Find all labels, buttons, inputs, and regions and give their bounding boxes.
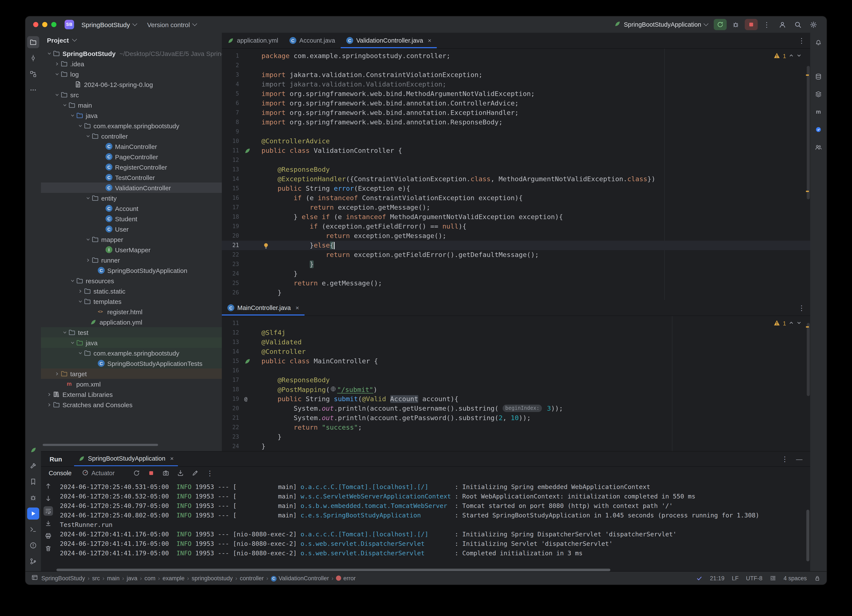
warning-stripe-mark[interactable] <box>806 326 809 328</box>
line-number[interactable]: 12 <box>222 328 239 337</box>
line-number[interactable]: 12 <box>222 155 239 165</box>
line-number[interactable]: 9 <box>222 127 239 137</box>
tree-item-registercontroller[interactable]: CRegisterController <box>41 162 222 172</box>
tree-item-application-yml[interactable]: application.yml <box>41 317 222 327</box>
tree-item-static-static[interactable]: static.static <box>41 286 222 296</box>
tree-item-maincontroller[interactable]: CMainController <box>41 141 222 152</box>
line-number[interactable]: 13 <box>222 337 239 347</box>
tree-chevron-icon[interactable] <box>45 392 53 397</box>
chevron-up-icon[interactable] <box>789 320 794 327</box>
project-hscrollbar[interactable] <box>43 444 158 446</box>
close-tab-icon[interactable]: × <box>296 304 299 311</box>
line-number[interactable]: 21 <box>222 413 239 423</box>
inspections-widget[interactable]: 1 <box>774 320 802 327</box>
gutter-icon-slot[interactable] <box>239 146 261 155</box>
line-number[interactable]: 16 <box>222 193 239 203</box>
tab-actuator[interactable]: Actuator <box>82 469 115 477</box>
build-icon[interactable] <box>27 460 39 472</box>
project-icon[interactable] <box>27 36 39 48</box>
vcs-widget[interactable]: Version control <box>144 19 199 30</box>
edit-icon[interactable] <box>190 468 200 478</box>
line-number[interactable]: 22 <box>222 423 239 432</box>
user-account-button[interactable] <box>776 19 789 30</box>
line-separator-widget[interactable]: LF <box>732 575 739 581</box>
git-icon[interactable] <box>27 555 39 567</box>
inspections-check-icon[interactable] <box>696 575 702 581</box>
line-number[interactable]: 13 <box>222 165 239 174</box>
tab-validationcontroller-java[interactable]: CValidationController.java× <box>341 33 437 48</box>
line-number[interactable]: 4 <box>222 80 239 89</box>
breadcrumb-java[interactable]: java <box>127 575 137 581</box>
tree-item-pagecontroller[interactable]: CPageController <box>41 152 222 162</box>
tree-chevron-icon[interactable] <box>84 196 92 200</box>
line-number[interactable]: 20 <box>222 231 239 241</box>
plugins-icon[interactable] <box>813 88 825 100</box>
line-number[interactable]: 16 <box>222 366 239 375</box>
line-number[interactable]: 24 <box>222 442 239 451</box>
editor-scrollbar[interactable] <box>807 66 810 199</box>
line-number[interactable]: 25 <box>222 279 239 288</box>
line-number[interactable]: 24 <box>222 269 239 279</box>
tree-item-resources[interactable]: resources <box>41 276 222 286</box>
project-switcher[interactable]: SpringBootStudy <box>78 19 140 30</box>
breadcrumb-com[interactable]: com <box>145 575 156 581</box>
line-number[interactable]: 23 <box>222 259 239 269</box>
minimize-window-button[interactable] <box>42 22 47 27</box>
url-inlay-icon[interactable] <box>330 385 336 394</box>
bookmarks-icon[interactable] <box>27 476 39 488</box>
tree-item-register-html[interactable]: <>register.html <box>41 306 222 317</box>
debug-button[interactable] <box>729 19 742 30</box>
warning-stripe-mark[interactable] <box>806 191 809 192</box>
close-tab-icon[interactable]: × <box>170 455 174 462</box>
run-tab[interactable]: SpringBootStudyApplication× <box>74 452 178 466</box>
tree-chevron-icon[interactable] <box>53 61 61 66</box>
tree-chevron-icon[interactable] <box>84 134 92 139</box>
window-icon[interactable] <box>32 574 38 582</box>
line-number[interactable]: 20 <box>222 404 239 413</box>
problems-icon[interactable] <box>27 539 39 551</box>
line-number[interactable]: 11 <box>222 146 239 155</box>
indent-style-widget[interactable]: 4 spaces <box>784 575 807 581</box>
tree-chevron-icon[interactable] <box>68 113 76 118</box>
scroll-end-icon[interactable] <box>44 519 53 528</box>
line-number[interactable]: 5 <box>222 89 239 99</box>
more-icon[interactable] <box>27 84 39 96</box>
breadcrumb-main[interactable]: main <box>107 575 120 581</box>
line-number[interactable]: 7 <box>222 108 239 117</box>
ai-icon[interactable] <box>813 124 825 136</box>
tree-item-student[interactable]: CStudent <box>41 214 222 224</box>
tree-chevron-icon[interactable] <box>53 371 61 376</box>
terminal-icon[interactable] <box>27 523 39 536</box>
line-number[interactable]: 10 <box>222 137 239 146</box>
tab-options-icon[interactable]: ⋮ <box>798 33 805 48</box>
tab-account-java[interactable]: CAccount.java <box>284 33 341 48</box>
tab-options-icon[interactable]: ⋮ <box>798 300 805 316</box>
tree-item-main[interactable]: main <box>41 100 222 110</box>
tree-item-pom-xml[interactable]: mpom.xml <box>41 379 222 389</box>
search-everywhere-button[interactable] <box>791 19 804 30</box>
tab-console[interactable]: Console <box>49 470 71 476</box>
fullscreen-window-button[interactable] <box>51 22 56 27</box>
run-config-selector[interactable]: SpringBootStudyApplication <box>611 20 711 30</box>
editor-scrollbar[interactable] <box>807 323 810 396</box>
tree-chevron-icon[interactable] <box>45 51 53 56</box>
line-number[interactable]: 17 <box>222 203 239 212</box>
tree-item-java[interactable]: java <box>41 337 222 348</box>
collab-icon[interactable] <box>813 141 825 153</box>
tree-item-src[interactable]: src <box>41 90 222 100</box>
tree-chevron-icon[interactable] <box>76 351 84 355</box>
stop-button[interactable] <box>745 19 758 30</box>
line-number[interactable]: 19 <box>222 394 239 404</box>
warning-stripe-mark[interactable] <box>806 74 809 76</box>
soft-wrap-icon[interactable] <box>44 506 53 516</box>
tab-application-yml[interactable]: application.yml <box>222 33 284 48</box>
tree-item-runner[interactable]: runner <box>41 255 222 265</box>
breadcrumb-springbootstudy[interactable]: springbootstudy <box>192 575 233 581</box>
tree-item-external-libraries[interactable]: External Libraries <box>41 389 222 399</box>
tree-chevron-icon[interactable] <box>76 124 84 128</box>
rerun-icon[interactable] <box>132 468 141 478</box>
breadcrumb-src[interactable]: src <box>92 575 100 581</box>
chevron-down-icon[interactable] <box>796 320 802 327</box>
tree-chevron-icon[interactable] <box>53 72 61 77</box>
line-number[interactable]: 21 <box>222 241 239 250</box>
